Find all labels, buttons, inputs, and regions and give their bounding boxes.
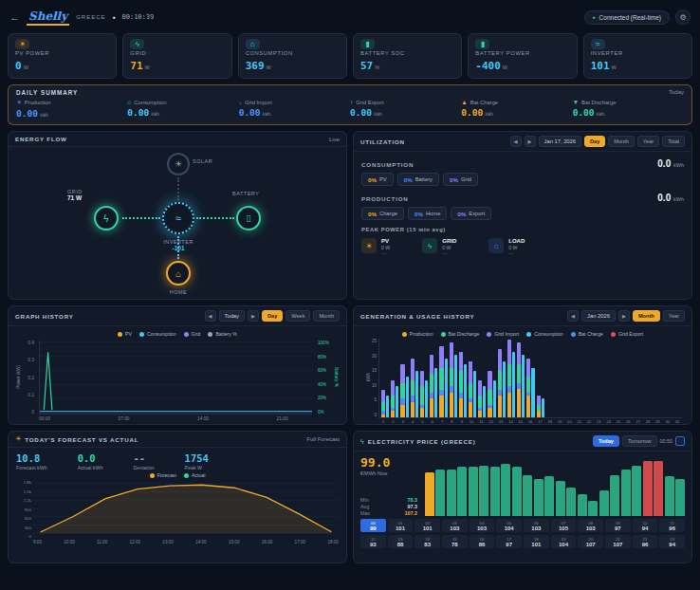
legend-item: Consumption (526, 331, 563, 337)
inverter-icon: ≈ (591, 39, 605, 49)
y-tick: 300 (16, 525, 31, 530)
stat-card: ≈INVERTER101W (583, 33, 692, 79)
range-button-month[interactable]: Month (608, 136, 635, 147)
date-picker[interactable]: Jan 2026 (581, 310, 616, 322)
price-bar (490, 467, 500, 516)
graph-history-panel: GRAPH HISTORY ◀ Today ▶ DayWeekMonth PVC… (8, 305, 347, 425)
price-cell: 1483 (414, 535, 440, 548)
x-tick: 4 (408, 419, 417, 424)
production-section-label: PRODUCTION (361, 195, 409, 202)
full-forecast-link[interactable]: Full Forecast (306, 436, 340, 442)
energy-flow-diagram: ☀ ϟ ≈ ▯ ⌂ SOLAR GRID 71 W BATTERY INVERT… (9, 147, 346, 299)
next-date-button[interactable]: ▶ (618, 310, 630, 322)
range-button-today[interactable]: Today (593, 435, 619, 447)
inverter-label-block: INVERTER -101 (147, 239, 210, 251)
consumption-section-label: CONSUMPTION (361, 161, 414, 168)
next-date-button[interactable]: ▶ (248, 310, 259, 322)
generation-history-panel: GENERATION & USAGE HISTORY ◀ Jan 2026 ▶ … (353, 305, 692, 425)
range-button-day[interactable]: Day (262, 310, 283, 322)
y-tick: 1.5k (16, 489, 31, 494)
settings-button[interactable]: ⚙ (675, 9, 691, 25)
generation-day-bar (575, 339, 582, 417)
solar-node[interactable]: ☀ (167, 153, 190, 175)
price-now-block: 99.0 €/MWh Now Min78.3 Avg97.3 Max107.2 (360, 455, 417, 516)
x-tick: 22 (584, 419, 594, 424)
electricity-price-panel: ϟ ELECTRICITY PRICE (GREECE) TodayTomorr… (353, 431, 692, 563)
generation-day-bar (459, 339, 467, 417)
bolt-icon: ϟ (103, 213, 108, 224)
daily-summary-panel: DAILY SUMMARY Today ☀Production0.00kWh⌂C… (8, 84, 692, 125)
price-cell: 18101 (524, 535, 549, 548)
range-button-year[interactable]: Year (637, 136, 659, 147)
date-picker[interactable]: Today (219, 310, 245, 322)
electricity-price-title: ELECTRICITY PRICE (GREECE) (368, 438, 476, 445)
battery-label: BATTERY (232, 191, 259, 196)
battery-node[interactable]: ▯ (236, 206, 261, 230)
legend-item: Actual (184, 472, 205, 478)
inverter-node[interactable]: ≈ (162, 202, 194, 234)
x-tick: 13:00 (162, 540, 174, 544)
price-bar (599, 490, 609, 516)
range-button-day[interactable]: Day (584, 136, 605, 147)
graph-history-legend: PVConsumptionGridBattery % (14, 331, 341, 337)
y-tick: 0 (362, 413, 377, 417)
generation-day-bar (400, 339, 408, 417)
price-cell: 2394 (659, 535, 685, 548)
price-bar (457, 467, 467, 516)
energy-flow-title: ENERGY FLOW (15, 136, 67, 142)
usage-chip: 0%PV (361, 173, 394, 186)
generation-day-bar (381, 339, 389, 417)
utilization-panel: UTILIZATION ◀ ▶ Jan 17, 2026 DayMonthYea… (353, 131, 692, 300)
prev-date-button[interactable]: ◀ (510, 136, 522, 147)
back-button[interactable]: ← (9, 11, 20, 23)
price-bar (588, 501, 598, 516)
x-tick: 15:00 (229, 540, 240, 544)
forecast-stat: --Deviation (133, 452, 154, 470)
forecast-stat: 1754Peak W (185, 452, 209, 470)
generation-day-bar (526, 339, 534, 417)
range-button-month[interactable]: Month (313, 310, 340, 322)
y-tick: 900 (16, 507, 31, 512)
x-tick: 16 (525, 419, 535, 424)
region-label: GREECE (76, 14, 105, 20)
price-now-unit: €/MWh Now (360, 470, 417, 476)
range-button-tomorrow[interactable]: Tomorrow (622, 435, 657, 447)
next-date-button[interactable]: ▶ (525, 136, 536, 147)
y-tick: 1.2k (16, 498, 31, 503)
generation-day-bar (634, 339, 641, 417)
graph-history-chart: Power (kW) Battery % 0.40.30.20.10 100%8… (14, 339, 341, 425)
price-cell: 02101 (414, 519, 440, 532)
sun-icon: ☀ (15, 39, 29, 49)
production-icon: ☀ (16, 99, 22, 106)
x-tick: 9 (457, 419, 467, 424)
date-picker[interactable]: Jan 17, 2026 (539, 136, 582, 147)
home-node[interactable]: ⌂ (166, 261, 191, 286)
graph-history-title: GRAPH HISTORY (15, 313, 74, 320)
grid-node[interactable]: ϟ (94, 206, 119, 230)
generation-day-bar (439, 339, 447, 417)
range-button-month[interactable]: Month (633, 310, 660, 322)
price-table: 0099011010210103103041030510406103071050… (360, 519, 685, 548)
energy-flow-panel: ENERGY FLOW Live ☀ ϟ ≈ ▯ ⌂ SOLAR GRID 71… (8, 131, 347, 300)
price-tabs: TodayTomorrow (593, 435, 657, 447)
price-cell: 19104 (551, 535, 577, 548)
x-tick: 15 (516, 419, 525, 424)
consumption-unit: kWh (673, 162, 684, 168)
grid-import-icon: ↓ (239, 99, 242, 105)
x-tick: 28 (643, 419, 653, 424)
forecast-legend: ForecastActual (16, 472, 339, 478)
connection-badge[interactable]: ● Connected (Real-time) (584, 10, 670, 25)
generation-chart: kWh 2520151050 (378, 339, 682, 418)
prev-date-button[interactable]: ◀ (205, 310, 216, 322)
x-tick: 8 (447, 419, 456, 424)
x-tick: 2 (388, 419, 397, 424)
pin-toggle[interactable] (675, 436, 685, 446)
x-tick: 00:00 (39, 416, 50, 421)
range-button-total[interactable]: Total (662, 136, 685, 147)
range-button-year[interactable]: Year (663, 310, 685, 322)
legend-item: Production (402, 331, 433, 337)
generation-legend: ProductionBat DischargeGrid ImportConsum… (359, 331, 686, 337)
range-button-week[interactable]: Week (286, 310, 310, 322)
price-bar (610, 475, 619, 516)
prev-date-button[interactable]: ◀ (567, 310, 579, 322)
